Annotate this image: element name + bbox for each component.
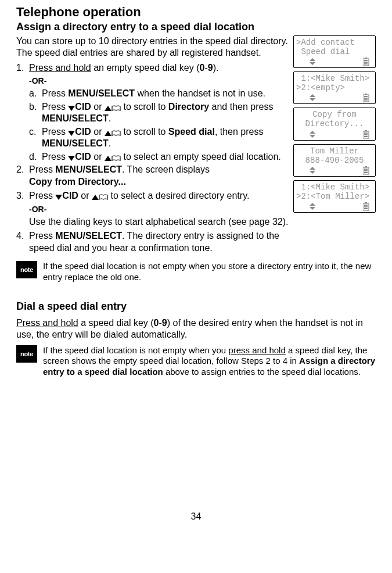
sub-c: c. [29, 126, 42, 150]
dial-paragraph: Press and hold a speed dial key (0-9) of… [16, 317, 376, 341]
sub-a: a. [29, 88, 42, 99]
note-2-text: If the speed dial location is not empty … [43, 345, 376, 378]
list-num-4: 4. [16, 230, 29, 254]
battery-icon [363, 202, 369, 211]
or-label-1: -OR- [29, 76, 289, 85]
lcd-screen-2: 1:<Mike Smith> >2:<empty> [293, 71, 376, 104]
book-icon [99, 194, 108, 200]
lcd-screen-4: Tom Miller 888-490-2005 [293, 144, 376, 177]
sub-d: d. [29, 151, 42, 163]
down-arrow-icon [68, 156, 75, 162]
up-arrow-icon [105, 131, 112, 137]
page-title: Telephone operation [16, 5, 376, 20]
down-arrow-icon [68, 106, 75, 112]
step-1a: Press MENU/SELECT when the handset is no… [42, 88, 289, 99]
lcd-screen-3: Copy from Directory... [293, 108, 376, 140]
section-heading-assign: Assign a directory entry to a speed dial… [16, 21, 376, 33]
intro-text: You can store up to 10 directory entries… [16, 35, 289, 59]
battery-icon [363, 58, 369, 66]
up-arrow-icon [105, 156, 112, 162]
step-1d: Press CID or to select an empty speed di… [42, 151, 289, 163]
step-2: Press MENU/SELECT. The screen displays C… [29, 164, 289, 188]
list-num-3: 3. [16, 190, 29, 202]
lcd-screen-5: 1:<Mike Smith> >2:<Tom Miller> [293, 180, 376, 213]
step-1: Press and hold an empty speed dial key (… [29, 62, 289, 74]
step-3-alt: Use the dialing keys to start alphabetic… [29, 216, 289, 228]
down-arrow-icon [68, 131, 75, 137]
updown-icon [309, 167, 316, 174]
list-num-1: 1. [16, 62, 29, 74]
updown-icon [309, 131, 316, 138]
step-1b: Press CID or to scroll to Directory and … [42, 101, 289, 125]
book-icon [112, 130, 121, 137]
step-1c: Press CID or to scroll to Speed dial, th… [42, 126, 289, 150]
up-arrow-icon [92, 195, 99, 200]
battery-icon [363, 130, 369, 139]
note-badge-icon: note [16, 345, 37, 363]
step-4: Press MENU/SELECT. The directory entry i… [29, 230, 289, 254]
updown-icon [309, 203, 316, 210]
up-arrow-icon [105, 106, 112, 112]
battery-icon [363, 94, 369, 102]
updown-icon [309, 94, 316, 102]
book-icon [112, 155, 121, 162]
step-3: Press CID or to select a desired directo… [29, 190, 289, 202]
battery-icon [363, 166, 369, 175]
note-badge-icon: note [16, 261, 37, 278]
lcd-screen-1: >Add contact Speed dial [293, 35, 376, 68]
note-1-text: If the speed dial location is not empty … [43, 261, 376, 283]
list-num-2: 2. [16, 164, 29, 188]
sub-b: b. [29, 101, 42, 125]
or-label-2: -OR- [29, 205, 289, 214]
book-icon [112, 105, 121, 112]
page-number: 34 [16, 511, 376, 522]
updown-icon [309, 58, 316, 66]
section-heading-dial: Dial a speed dial entry [16, 300, 376, 313]
down-arrow-icon [55, 195, 62, 200]
